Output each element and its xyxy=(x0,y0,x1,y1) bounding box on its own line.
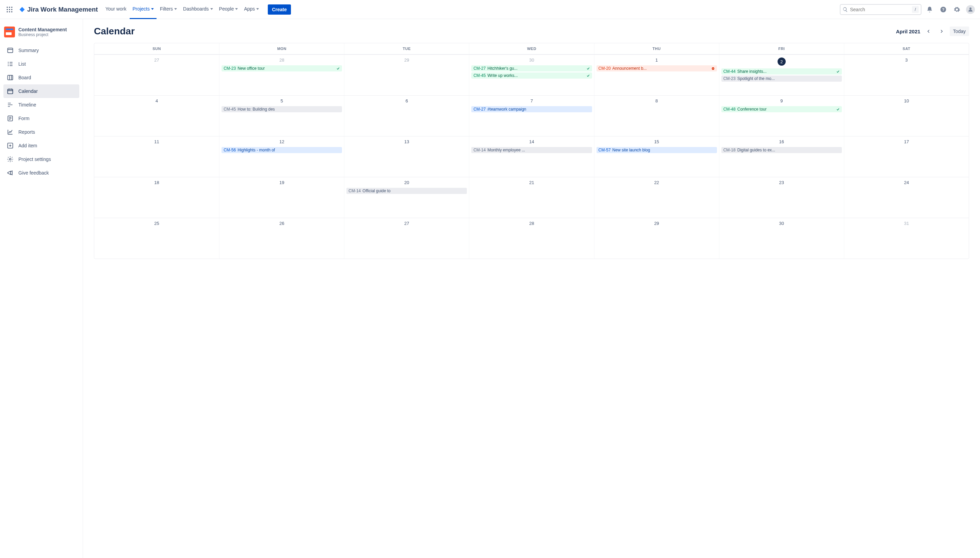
issue-key: CM-23 xyxy=(724,76,736,81)
sidebar-item-board[interactable]: Board xyxy=(3,71,79,84)
create-button[interactable]: Create xyxy=(268,5,291,15)
calendar-header: Calendar April 2021 Today xyxy=(94,26,969,37)
calendar-event[interactable]: CM-14 Official guide to xyxy=(346,188,467,194)
sidebar-item-timeline[interactable]: Timeline xyxy=(3,98,79,112)
day-cell[interactable]: 6 xyxy=(344,95,469,136)
sidebar-item-reports[interactable]: Reports xyxy=(3,125,79,139)
calendar-event[interactable]: CM-45 How to: Building des xyxy=(222,106,342,112)
calendar-event[interactable]: CM-23 New office tour xyxy=(222,65,342,71)
app-switcher-button[interactable] xyxy=(4,4,15,15)
calendar-event[interactable]: CM-45 Write up works... xyxy=(471,72,592,79)
calendar-event[interactable]: CM-44 Share insights... xyxy=(721,68,842,74)
calendar-event[interactable]: CM-27 #teamwork campaign xyxy=(471,106,592,112)
day-cell[interactable]: 5 CM-45 How to: Building des xyxy=(219,95,344,136)
day-number: 21 xyxy=(471,180,592,185)
settings-button[interactable] xyxy=(951,4,962,15)
day-cell[interactable]: 7 CM-27 #teamwork campaign xyxy=(469,95,594,136)
nav-dashboards[interactable]: Dashboards xyxy=(181,0,216,19)
notifications-button[interactable] xyxy=(924,4,935,15)
sidebar-item-feedback[interactable]: Give feedback xyxy=(3,166,79,180)
day-cell[interactable]: 8 xyxy=(594,95,719,136)
sidebar-item-calendar[interactable]: Calendar xyxy=(3,84,79,98)
timeline-icon xyxy=(7,102,14,108)
day-cell[interactable]: 24 xyxy=(844,177,969,218)
day-cell[interactable]: 23 xyxy=(719,177,844,218)
day-cell[interactable]: 2 CM-44 Share insights... CM-23 Spotligh… xyxy=(719,55,844,95)
day-cell[interactable]: 1 CM-20 Announcement b... xyxy=(594,55,719,95)
nav-filters[interactable]: Filters xyxy=(157,0,180,19)
search-input[interactable] xyxy=(850,7,912,12)
day-cell[interactable]: 17 xyxy=(844,136,969,177)
day-cell[interactable]: 29 xyxy=(594,218,719,259)
nav-your-work[interactable]: Your work xyxy=(103,0,129,19)
day-number: 26 xyxy=(222,221,342,226)
day-cell[interactable]: 22 xyxy=(594,177,719,218)
profile-button[interactable] xyxy=(965,4,976,15)
day-cell[interactable]: 10 xyxy=(844,95,969,136)
issue-key: CM-27 xyxy=(473,66,486,71)
project-type: Business project xyxy=(18,32,67,37)
nav-apps[interactable]: Apps xyxy=(241,0,262,19)
day-cell[interactable]: 4 xyxy=(94,95,219,136)
day-cell[interactable]: 13 xyxy=(344,136,469,177)
sidebar-item-label: List xyxy=(18,61,26,67)
sidebar-item-add[interactable]: Add item xyxy=(3,139,79,153)
day-cell[interactable]: 27 xyxy=(94,55,219,95)
sidebar-item-settings[interactable]: Project settings xyxy=(3,153,79,166)
day-cell[interactable]: 31 xyxy=(844,218,969,259)
day-cell[interactable]: 26 xyxy=(219,218,344,259)
project-icon xyxy=(4,26,15,38)
day-cell[interactable]: 30 CM-27 Hitchhiker's gu... CM-45 Write … xyxy=(469,55,594,95)
day-cell[interactable]: 30 xyxy=(719,218,844,259)
calendar-week: 4 5 CM-45 How to: Building des 6 7 xyxy=(94,95,969,136)
day-cell[interactable]: 12 CM-56 Highlights - month of xyxy=(219,136,344,177)
calendar-event[interactable]: CM-57 New site launch blog xyxy=(596,147,717,153)
sidebar-item-label: Form xyxy=(18,116,30,121)
issue-key: CM-23 xyxy=(223,66,236,71)
calendar-event[interactable]: CM-27 Hitchhiker's gu... xyxy=(471,65,592,71)
svg-point-0 xyxy=(7,7,8,8)
prev-month-button[interactable] xyxy=(924,26,933,36)
day-cell[interactable]: 14 CM-14 Monthly employee ... xyxy=(469,136,594,177)
calendar-event[interactable]: CM-14 Monthly employee ... xyxy=(471,147,592,153)
nav-people[interactable]: People xyxy=(217,0,241,19)
day-cell[interactable]: 29 xyxy=(344,55,469,95)
day-cell[interactable]: 27 xyxy=(344,218,469,259)
day-cell[interactable]: 21 xyxy=(469,177,594,218)
day-cell[interactable]: 28 xyxy=(469,218,594,259)
chevron-left-icon xyxy=(926,29,931,34)
calendar-event[interactable]: CM-20 Announcement b... xyxy=(596,65,717,71)
product-name: Jira Work Management xyxy=(27,6,98,13)
calendar-event[interactable]: CM-18 Digital guides to ex... xyxy=(721,147,842,153)
day-cell[interactable]: 15 CM-57 New site launch blog xyxy=(594,136,719,177)
day-cell[interactable]: 3 xyxy=(844,55,969,95)
svg-point-1 xyxy=(9,7,10,8)
day-number: 19 xyxy=(222,180,342,185)
issue-summary: Hitchhiker's gu... xyxy=(487,66,584,71)
help-button[interactable]: ? xyxy=(938,4,949,15)
sidebar-item-summary[interactable]: Summary xyxy=(3,44,79,57)
calendar-event[interactable]: CM-23 Spotlight of the mo... xyxy=(721,75,842,82)
product-logo[interactable]: Jira Work Management xyxy=(19,6,98,13)
calendar-event[interactable]: CM-48 Conference tour xyxy=(721,106,842,112)
sidebar-item-form[interactable]: Form xyxy=(3,112,79,125)
day-cell[interactable]: 9 CM-48 Conference tour xyxy=(719,95,844,136)
sidebar-item-list[interactable]: List xyxy=(3,57,79,71)
day-number: 13 xyxy=(346,139,467,144)
day-cell[interactable]: 25 xyxy=(94,218,219,259)
today-button[interactable]: Today xyxy=(950,26,969,36)
project-header[interactable]: Content Management Business project xyxy=(3,25,79,44)
day-cell[interactable]: 19 xyxy=(219,177,344,218)
day-cell[interactable]: 20 CM-14 Official guide to xyxy=(344,177,469,218)
day-cell[interactable]: 18 xyxy=(94,177,219,218)
calendar-event[interactable]: CM-56 Highlights - month of xyxy=(222,147,342,153)
sidebar-item-label: Calendar xyxy=(18,89,38,94)
sidebar-item-label: Give feedback xyxy=(18,170,49,176)
day-cell[interactable]: 16 CM-18 Digital guides to ex... xyxy=(719,136,844,177)
next-month-button[interactable] xyxy=(937,26,946,36)
search-box[interactable]: / xyxy=(840,4,921,15)
nav-projects[interactable]: Projects xyxy=(130,0,156,19)
sidebar-item-label: Board xyxy=(18,75,31,80)
day-cell[interactable]: 11 xyxy=(94,136,219,177)
day-cell[interactable]: 28 CM-23 New office tour xyxy=(219,55,344,95)
